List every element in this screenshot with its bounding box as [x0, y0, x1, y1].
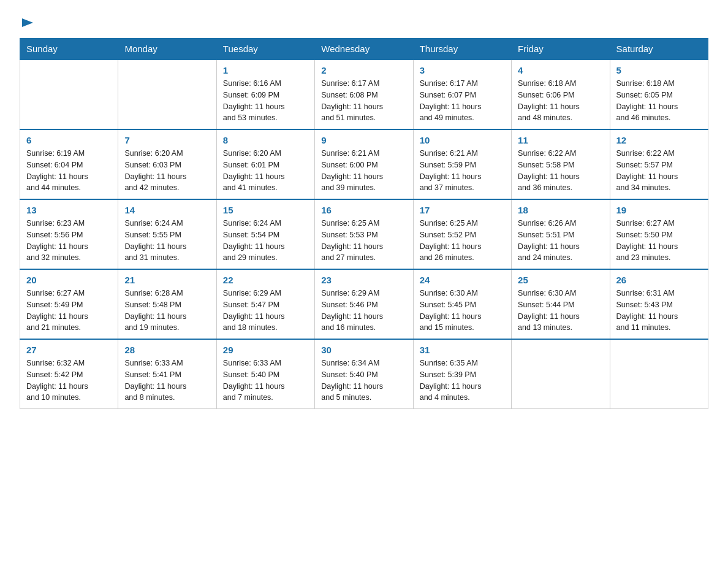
day-number: 18 [518, 205, 603, 215]
day-number: 15 [223, 205, 308, 215]
day-info: Sunrise: 6:23 AM Sunset: 5:56 PM Dayligh… [26, 218, 112, 264]
day-number: 6 [26, 135, 112, 145]
calendar-cell: 8Sunrise: 6:20 AM Sunset: 6:01 PM Daylig… [216, 129, 314, 199]
calendar-cell: 23Sunrise: 6:29 AM Sunset: 5:46 PM Dayli… [315, 269, 413, 339]
calendar-cell: 26Sunrise: 6:31 AM Sunset: 5:43 PM Dayli… [610, 269, 708, 339]
day-number: 3 [420, 65, 505, 75]
day-number: 24 [420, 275, 505, 285]
calendar-cell [512, 339, 610, 409]
calendar-week-row: 6Sunrise: 6:19 AM Sunset: 6:04 PM Daylig… [20, 129, 708, 199]
day-number: 12 [616, 135, 702, 145]
day-info: Sunrise: 6:34 AM Sunset: 5:40 PM Dayligh… [321, 358, 406, 404]
day-info: Sunrise: 6:30 AM Sunset: 5:44 PM Dayligh… [518, 288, 603, 334]
day-info: Sunrise: 6:16 AM Sunset: 6:09 PM Dayligh… [223, 78, 308, 124]
calendar-cell: 21Sunrise: 6:28 AM Sunset: 5:48 PM Dayli… [118, 269, 216, 339]
calendar-col-thursday: Thursday [413, 39, 511, 60]
day-info: Sunrise: 6:17 AM Sunset: 6:08 PM Dayligh… [321, 78, 406, 124]
calendar-col-saturday: Saturday [610, 39, 708, 60]
calendar-col-wednesday: Wednesday [315, 39, 413, 60]
day-number: 14 [124, 205, 210, 215]
calendar-week-row: 13Sunrise: 6:23 AM Sunset: 5:56 PM Dayli… [20, 199, 708, 269]
day-info: Sunrise: 6:29 AM Sunset: 5:47 PM Dayligh… [223, 288, 308, 334]
day-info: Sunrise: 6:20 AM Sunset: 6:01 PM Dayligh… [223, 148, 308, 194]
day-number: 27 [26, 345, 112, 355]
calendar-cell: 31Sunrise: 6:35 AM Sunset: 5:39 PM Dayli… [413, 339, 511, 409]
day-info: Sunrise: 6:20 AM Sunset: 6:03 PM Dayligh… [124, 148, 210, 194]
calendar-cell: 4Sunrise: 6:18 AM Sunset: 6:06 PM Daylig… [512, 59, 610, 129]
day-number: 19 [616, 205, 702, 215]
day-number: 17 [420, 205, 505, 215]
day-info: Sunrise: 6:18 AM Sunset: 6:05 PM Dayligh… [616, 78, 702, 124]
calendar-cell [610, 339, 708, 409]
logo [20, 15, 34, 28]
calendar-cell: 29Sunrise: 6:33 AM Sunset: 5:40 PM Dayli… [216, 339, 314, 409]
day-info: Sunrise: 6:33 AM Sunset: 5:40 PM Dayligh… [223, 358, 308, 404]
calendar-cell: 27Sunrise: 6:32 AM Sunset: 5:42 PM Dayli… [20, 339, 118, 409]
day-info: Sunrise: 6:22 AM Sunset: 5:57 PM Dayligh… [616, 148, 702, 194]
day-number: 28 [124, 345, 210, 355]
day-info: Sunrise: 6:25 AM Sunset: 5:52 PM Dayligh… [420, 218, 505, 264]
day-number: 7 [124, 135, 210, 145]
day-info: Sunrise: 6:26 AM Sunset: 5:51 PM Dayligh… [518, 218, 603, 264]
calendar-cell: 3Sunrise: 6:17 AM Sunset: 6:07 PM Daylig… [413, 59, 511, 129]
day-info: Sunrise: 6:19 AM Sunset: 6:04 PM Dayligh… [26, 148, 112, 194]
logo-arrow-icon [21, 16, 34, 29]
day-number: 8 [223, 135, 308, 145]
calendar-cell: 12Sunrise: 6:22 AM Sunset: 5:57 PM Dayli… [610, 129, 708, 199]
day-info: Sunrise: 6:27 AM Sunset: 5:49 PM Dayligh… [26, 288, 112, 334]
day-number: 5 [616, 65, 702, 75]
calendar-week-row: 20Sunrise: 6:27 AM Sunset: 5:49 PM Dayli… [20, 269, 708, 339]
calendar-col-tuesday: Tuesday [216, 39, 314, 60]
calendar-cell: 11Sunrise: 6:22 AM Sunset: 5:58 PM Dayli… [512, 129, 610, 199]
day-number: 26 [616, 275, 702, 285]
calendar-cell: 6Sunrise: 6:19 AM Sunset: 6:04 PM Daylig… [20, 129, 118, 199]
calendar-cell: 18Sunrise: 6:26 AM Sunset: 5:51 PM Dayli… [512, 199, 610, 269]
calendar-col-sunday: Sunday [20, 39, 118, 60]
day-info: Sunrise: 6:18 AM Sunset: 6:06 PM Dayligh… [518, 78, 603, 124]
day-info: Sunrise: 6:24 AM Sunset: 5:54 PM Dayligh… [223, 218, 308, 264]
day-number: 11 [518, 135, 603, 145]
day-number: 2 [321, 65, 406, 75]
calendar-table: SundayMondayTuesdayWednesdayThursdayFrid… [20, 38, 708, 409]
calendar-cell: 9Sunrise: 6:21 AM Sunset: 6:00 PM Daylig… [315, 129, 413, 199]
day-number: 29 [223, 345, 308, 355]
day-number: 16 [321, 205, 406, 215]
calendar-cell: 24Sunrise: 6:30 AM Sunset: 5:45 PM Dayli… [413, 269, 511, 339]
calendar-cell: 20Sunrise: 6:27 AM Sunset: 5:49 PM Dayli… [20, 269, 118, 339]
day-number: 9 [321, 135, 406, 145]
day-info: Sunrise: 6:21 AM Sunset: 5:59 PM Dayligh… [420, 148, 505, 194]
page-header [20, 15, 708, 28]
day-info: Sunrise: 6:24 AM Sunset: 5:55 PM Dayligh… [124, 218, 210, 264]
calendar-cell [20, 59, 118, 129]
calendar-cell: 10Sunrise: 6:21 AM Sunset: 5:59 PM Dayli… [413, 129, 511, 199]
svg-marker-0 [22, 18, 33, 27]
calendar-cell: 15Sunrise: 6:24 AM Sunset: 5:54 PM Dayli… [216, 199, 314, 269]
calendar-cell: 25Sunrise: 6:30 AM Sunset: 5:44 PM Dayli… [512, 269, 610, 339]
calendar-cell: 16Sunrise: 6:25 AM Sunset: 5:53 PM Dayli… [315, 199, 413, 269]
calendar-week-row: 1Sunrise: 6:16 AM Sunset: 6:09 PM Daylig… [20, 59, 708, 129]
calendar-cell [118, 59, 216, 129]
calendar-cell: 22Sunrise: 6:29 AM Sunset: 5:47 PM Dayli… [216, 269, 314, 339]
day-number: 20 [26, 275, 112, 285]
day-number: 1 [223, 65, 308, 75]
calendar-cell: 5Sunrise: 6:18 AM Sunset: 6:05 PM Daylig… [610, 59, 708, 129]
day-info: Sunrise: 6:31 AM Sunset: 5:43 PM Dayligh… [616, 288, 702, 334]
day-info: Sunrise: 6:29 AM Sunset: 5:46 PM Dayligh… [321, 288, 406, 334]
calendar-cell: 19Sunrise: 6:27 AM Sunset: 5:50 PM Dayli… [610, 199, 708, 269]
calendar-cell: 28Sunrise: 6:33 AM Sunset: 5:41 PM Dayli… [118, 339, 216, 409]
day-number: 25 [518, 275, 603, 285]
calendar-cell: 2Sunrise: 6:17 AM Sunset: 6:08 PM Daylig… [315, 59, 413, 129]
calendar-col-friday: Friday [512, 39, 610, 60]
day-info: Sunrise: 6:28 AM Sunset: 5:48 PM Dayligh… [124, 288, 210, 334]
calendar-week-row: 27Sunrise: 6:32 AM Sunset: 5:42 PM Dayli… [20, 339, 708, 409]
day-info: Sunrise: 6:30 AM Sunset: 5:45 PM Dayligh… [420, 288, 505, 334]
day-number: 13 [26, 205, 112, 215]
calendar-cell: 7Sunrise: 6:20 AM Sunset: 6:03 PM Daylig… [118, 129, 216, 199]
calendar-header-row: SundayMondayTuesdayWednesdayThursdayFrid… [20, 39, 708, 60]
day-info: Sunrise: 6:32 AM Sunset: 5:42 PM Dayligh… [26, 358, 112, 404]
day-info: Sunrise: 6:22 AM Sunset: 5:58 PM Dayligh… [518, 148, 603, 194]
day-number: 30 [321, 345, 406, 355]
day-number: 21 [124, 275, 210, 285]
day-number: 31 [420, 345, 505, 355]
day-number: 4 [518, 65, 603, 75]
